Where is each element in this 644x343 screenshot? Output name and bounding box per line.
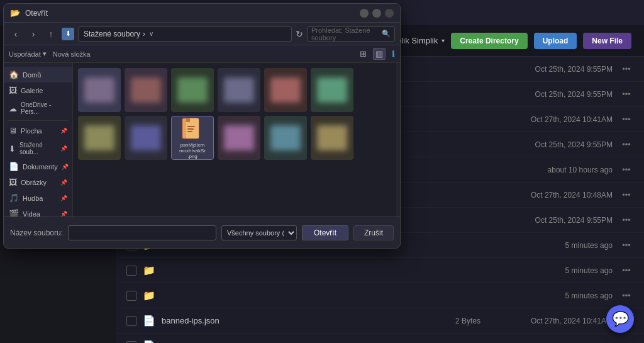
sidebar-documents[interactable]: 📄 Dokumenty 📌 — [4, 159, 72, 174]
cancel-button[interactable]: Zrušit — [353, 225, 394, 240]
downloads-icon: ⬇ — [9, 144, 16, 154]
file-thumb[interactable] — [171, 68, 214, 112]
file-icon: 📄 — [143, 340, 155, 343]
dialog-file-grid: psnMjdlxrnmoxhtvakSr.png — [73, 63, 400, 216]
more-button[interactable]: ••• — [619, 215, 634, 225]
sidebar-desktop[interactable]: 🖥 Plocha 📌 — [4, 123, 72, 138]
close-button[interactable] — [385, 9, 394, 18]
sidebar-gallery[interactable]: 🖼 Galerie — [4, 82, 72, 98]
location-type-icon: ⬇ — [62, 28, 74, 40]
filetype-select[interactable]: Všechny soubory (*.*) — [221, 225, 297, 240]
file-name: banned-ips.json — [162, 316, 430, 325]
upload-button[interactable]: Upload — [534, 33, 577, 49]
more-button[interactable]: ••• — [619, 190, 634, 200]
file-date: Oct 27th, 2024 10:48AM — [487, 191, 613, 200]
path-bar[interactable]: Stažené soubory › ∨ — [78, 26, 292, 42]
file-date: 5 minutes ago — [487, 266, 613, 275]
pin-icon2: 📌 — [60, 145, 67, 152]
discord-button[interactable]: 💬 — [606, 305, 634, 333]
path-text: Stažené soubory — [84, 30, 140, 38]
png-file-icon — [177, 116, 208, 140]
row-checkbox[interactable] — [126, 291, 136, 301]
back-button[interactable]: ‹ — [9, 27, 23, 41]
path-dropdown-button[interactable]: ∨ — [149, 30, 153, 37]
view-info-button[interactable]: ℹ — [392, 49, 395, 59]
filename-input[interactable] — [68, 225, 216, 240]
sidebar-music[interactable]: 🎵 Hudba 📌 — [4, 190, 72, 206]
file-date: about 10 hours ago — [487, 166, 613, 174]
file-thumb[interactable] — [78, 116, 121, 160]
svg-rect-2 — [187, 126, 195, 127]
file-icon: 📄 — [143, 315, 155, 327]
sidebar-pictures[interactable]: 🖼 Obrázky 📌 — [4, 174, 72, 190]
file-date: Oct 27th, 2024 10:41AM — [487, 317, 613, 325]
new-file-button[interactable]: New File — [583, 33, 631, 49]
titlebar-right — [360, 9, 394, 18]
folder-icon: 📁 — [143, 264, 155, 276]
dialog-body: 🏠 Domů 🖼 Galerie ☁ OneDrive - Pers... 🖥 … — [4, 63, 400, 216]
forward-button[interactable]: › — [26, 27, 40, 41]
more-button[interactable]: ••• — [619, 266, 634, 275]
file-thumb[interactable] — [78, 68, 121, 112]
sidebar-pictures-label: Obrázky — [21, 179, 47, 186]
new-folder-button[interactable]: Nová složka — [53, 50, 91, 58]
table-row[interactable]: 📄 banned-ips.json 2 Bytes Oct 27th, 2024… — [116, 308, 644, 334]
file-date: Oct 27th, 2024 10:41AM — [487, 115, 613, 124]
open-file-dialog: 📂 Otevřít ‹ › ↑ ⬇ Stažené soubory › ∨ ↻ … — [3, 3, 401, 249]
table-row[interactable]: 📁 5 minutes ago ••• — [116, 283, 644, 308]
titlebar-left: 📂 Otevřít — [10, 8, 48, 18]
desktop-icon: 🖥 — [9, 126, 17, 135]
sidebar-downloads-label: Stažené soub... — [19, 142, 57, 155]
file-thumb[interactable] — [125, 68, 167, 112]
dialog-sidebar: 🏠 Domů 🖼 Galerie ☁ OneDrive - Pers... 🖥 … — [4, 63, 73, 216]
view-grid-button[interactable]: ⊞ — [360, 49, 367, 59]
file-thumb[interactable] — [311, 68, 353, 112]
gallery-icon: 🖼 — [9, 86, 17, 95]
table-row[interactable]: 📁 5 minutes ago ••• — [116, 258, 644, 283]
file-date: Oct 25th, 2024 9:55PM — [487, 90, 613, 99]
refresh-button[interactable]: ↻ — [296, 29, 303, 39]
more-button[interactable]: ••• — [619, 115, 634, 124]
minimize-button[interactable] — [360, 9, 369, 18]
sidebar-home[interactable]: 🏠 Domů — [4, 67, 72, 82]
more-button[interactable]: ••• — [619, 240, 634, 250]
table-row[interactable]: 📄 banned-players.json 203 Bytes Oct 27th… — [116, 334, 644, 343]
maximize-button[interactable] — [372, 9, 381, 18]
file-thumb-selected[interactable]: psnMjdlxrnmoxhtvakSr.png — [171, 116, 214, 160]
open-button[interactable]: Otevřít — [302, 225, 348, 240]
search-bar[interactable]: Prohledat: Stažené soubory 🔍 — [307, 26, 395, 42]
file-thumb[interactable] — [311, 116, 353, 160]
sidebar-videos[interactable]: 🎬 Videa 📌 — [4, 206, 72, 216]
row-checkbox[interactable] — [126, 341, 136, 344]
file-thumb[interactable] — [218, 116, 260, 160]
more-button[interactable]: ••• — [619, 165, 634, 174]
create-directory-button[interactable]: Create Directory — [451, 33, 527, 49]
resize-handle[interactable] — [396, 63, 400, 216]
more-button[interactable]: ••• — [619, 89, 634, 99]
sidebar-onedrive-label: OneDrive - Pers... — [21, 101, 67, 115]
file-date: Oct 25th, 2024 9:55PM — [487, 65, 613, 74]
pictures-icon: 🖼 — [9, 177, 17, 187]
view-details-button[interactable]: ▥ — [373, 48, 386, 60]
new-folder-label: Nová složka — [53, 50, 91, 58]
up-button[interactable]: ↑ — [44, 27, 58, 41]
file-thumb[interactable] — [125, 116, 167, 160]
file-thumb[interactable] — [264, 68, 307, 112]
more-button[interactable]: ••• — [619, 140, 634, 149]
svg-rect-3 — [187, 128, 194, 130]
filetype-container: Všechny soubory (*.*) — [221, 225, 297, 240]
sidebar-downloads[interactable]: ⬇ Stažené soub... 📌 — [4, 138, 72, 159]
dialog-title: Otevřít — [25, 9, 48, 18]
organize-button[interactable]: Uspořádat ▾ — [9, 50, 47, 58]
filename-label: Název souboru: — [10, 228, 63, 237]
row-checkbox[interactable] — [126, 266, 136, 276]
more-button[interactable]: ••• — [619, 64, 634, 74]
file-thumb[interactable] — [218, 68, 260, 112]
file-thumb[interactable] — [264, 116, 307, 160]
music-icon: 🎵 — [9, 193, 19, 203]
pin-icon4: 📌 — [60, 179, 67, 186]
row-checkbox[interactable] — [126, 316, 136, 326]
more-button[interactable]: ••• — [619, 291, 634, 300]
sidebar-onedrive[interactable]: ☁ OneDrive - Pers... — [4, 98, 72, 118]
dialog-titlebar: 📂 Otevřít — [4, 4, 400, 23]
